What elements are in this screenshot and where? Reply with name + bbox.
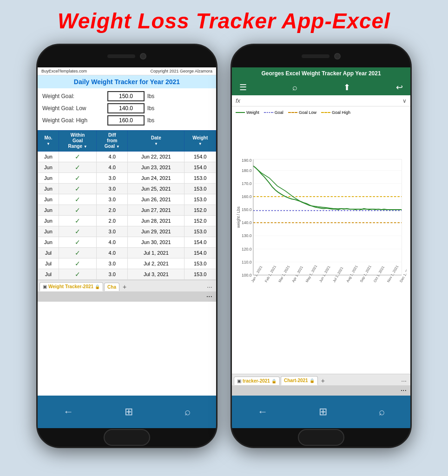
- chart-area: Weight Goal Goal Low Goal High: [232, 106, 410, 374]
- tab-chart-2021[interactable]: Chart-2021 🔒: [281, 376, 318, 385]
- weight-chart: 100.0 110.0 120.0 130.0 140.0 150.0 160.…: [236, 117, 407, 358]
- goal-input-2[interactable]: [107, 115, 145, 126]
- formula-expand-icon[interactable]: ∨: [402, 98, 407, 104]
- cell-5-2: 2.0: [97, 205, 128, 216]
- checkmark: ✓: [75, 206, 80, 214]
- checkmark: ✓: [75, 164, 80, 171]
- cell-7-1: ✓: [59, 226, 96, 237]
- excel-toolbar: ☰ ⌕ ⬆ ↩: [232, 79, 410, 95]
- tab-add-button-left[interactable]: +: [120, 282, 129, 291]
- table-row: Jun✓4.0Jun 30, 2021154.0: [38, 237, 216, 248]
- nav-home-right[interactable]: ⊞: [315, 402, 331, 422]
- svg-text:130.0: 130.0: [242, 234, 252, 238]
- cell-2-1: ✓: [59, 173, 96, 184]
- cell-4-1: ✓: [59, 194, 96, 205]
- cell-7-0: Jun: [38, 226, 59, 237]
- table-row: Jul✓3.0Jul 3, 2021153.0: [38, 269, 216, 280]
- cell-9-2: 4.0: [97, 248, 128, 258]
- cell-8-3: Jun 30, 2021: [128, 237, 184, 248]
- toolbar-undo-btn[interactable]: ↩: [393, 81, 406, 93]
- legend-goal-low-label: Goal Low: [299, 110, 316, 115]
- cell-1-3: Jun 23, 2021: [128, 162, 184, 173]
- nav-back-left[interactable]: ←: [59, 402, 77, 422]
- camera-right: [334, 53, 341, 60]
- col-header-mo: Mo.▼: [38, 131, 59, 152]
- tab-tracker-lock: 🔒: [271, 379, 277, 383]
- speaker-right: [302, 54, 329, 58]
- svg-text:120.0: 120.0: [242, 247, 252, 251]
- cell-2-0: Jun: [38, 173, 59, 184]
- checkmark: ✓: [75, 249, 80, 257]
- tab-chart[interactable]: Cha: [104, 283, 119, 291]
- tab-bar-bottom-left: ···: [38, 291, 216, 302]
- cell-2-3: Jun 24, 2021: [128, 173, 184, 184]
- cell-0-0: Jun: [38, 152, 59, 162]
- home-oval-left[interactable]: [104, 429, 150, 446]
- cell-0-4: 154.0: [184, 152, 216, 162]
- col-header-date: Date▼: [128, 131, 184, 152]
- tab-dots-right[interactable]: ···: [399, 376, 408, 385]
- tab-weight-tracker[interactable]: ▣ Weight Tracker-2021 🔒: [40, 282, 103, 291]
- tab-tracker-2021[interactable]: ▣ tracker-2021 🔒: [234, 377, 280, 385]
- cell-10-3: Jul 2, 2021: [128, 258, 184, 269]
- svg-text:weight / Lbs: weight / Lbs: [236, 206, 241, 228]
- table-row: Jun✓3.0Jun 26, 2021153.0: [38, 194, 216, 205]
- phone-top-left: [38, 45, 216, 67]
- cell-8-2: 4.0: [97, 237, 128, 248]
- tab-label-0: Weight Tracker-2021: [48, 284, 93, 289]
- tab-dots-left[interactable]: ···: [205, 282, 214, 291]
- toolbar-menu-btn[interactable]: ☰: [237, 81, 250, 93]
- svg-text:140.0: 140.0: [242, 220, 252, 225]
- checkmark: ✓: [75, 260, 80, 267]
- right-phone: Georges Excel Weight Tracker App Year 20…: [231, 44, 412, 448]
- cell-8-0: Jun: [38, 237, 59, 248]
- cell-7-2: 3.0: [97, 226, 128, 237]
- col-header-weight: Weight▼: [184, 131, 216, 152]
- legend-goal-low: Goal Low: [288, 110, 316, 115]
- goal-label-0: Weight Goal:: [42, 93, 107, 99]
- left-phone: BuyExcelTemplates.com Copyright 2021 Geo…: [36, 44, 217, 448]
- cell-3-3: Jun 25, 2021: [128, 184, 184, 194]
- cell-11-4: 153.0: [184, 269, 216, 280]
- cell-0-1: ✓: [59, 152, 96, 162]
- tab-bar-bottom-right: ···: [232, 385, 410, 396]
- phone-top-right: [232, 45, 410, 67]
- chart-legend: Weight Goal Goal Low Goal High: [236, 110, 407, 115]
- cell-5-4: 152.0: [184, 205, 216, 216]
- cell-7-3: Jun 29, 2021: [128, 226, 184, 237]
- svg-text:180.0: 180.0: [242, 168, 252, 173]
- table-row: Jul✓4.0Jul 1, 2021154.0: [38, 248, 216, 258]
- nav-back-right[interactable]: ←: [254, 402, 271, 422]
- tab-icon-left: ▣: [43, 284, 47, 289]
- tab-bar-right: ▣ tracker-2021 🔒 Chart-2021 🔒 + ···: [232, 374, 410, 385]
- cell-8-1: ✓: [59, 237, 96, 248]
- checkmark: ✓: [75, 153, 80, 160]
- svg-text:100.0: 100.0: [242, 273, 252, 278]
- tab-add-button-right[interactable]: +: [319, 376, 327, 385]
- col-header-diff: DifffromGoal ▼: [97, 131, 128, 152]
- nav-search-left[interactable]: ⌕: [181, 402, 194, 422]
- cell-6-4: 152.0: [184, 216, 216, 226]
- tab-lock-0: 🔒: [95, 284, 100, 289]
- cell-6-2: 2.0: [97, 216, 128, 226]
- cell-4-4: 153.0: [184, 194, 216, 205]
- svg-text:190.0: 190.0: [242, 158, 252, 163]
- toolbar-share-btn[interactable]: ⬆: [341, 81, 353, 93]
- checkmark: ✓: [75, 185, 80, 192]
- goal-row-2: Weight Goal: High lbs: [42, 115, 211, 126]
- goal-input-0[interactable]: [107, 91, 145, 101]
- chart-svg-container: 100.0 110.0 120.0 130.0 140.0 150.0 160.…: [236, 117, 407, 358]
- cell-5-0: Jun: [38, 205, 59, 216]
- nav-home-left[interactable]: ⊞: [121, 402, 137, 422]
- nav-search-right[interactable]: ⌕: [375, 402, 389, 422]
- table-row: Jun✓3.0Jun 24, 2021153.0: [38, 173, 216, 184]
- cell-6-0: Jun: [38, 216, 59, 226]
- toolbar-search-btn[interactable]: ⌕: [290, 82, 300, 93]
- svg-text:110.0: 110.0: [242, 260, 252, 264]
- cell-9-1: ✓: [59, 248, 96, 258]
- svg-text:170.0: 170.0: [242, 181, 252, 186]
- table-row: Jun✓2.0Jun 27, 2021152.0: [38, 205, 216, 216]
- goal-input-1[interactable]: [107, 103, 145, 113]
- cell-10-2: 3.0: [97, 258, 128, 269]
- home-oval-right[interactable]: [298, 429, 344, 446]
